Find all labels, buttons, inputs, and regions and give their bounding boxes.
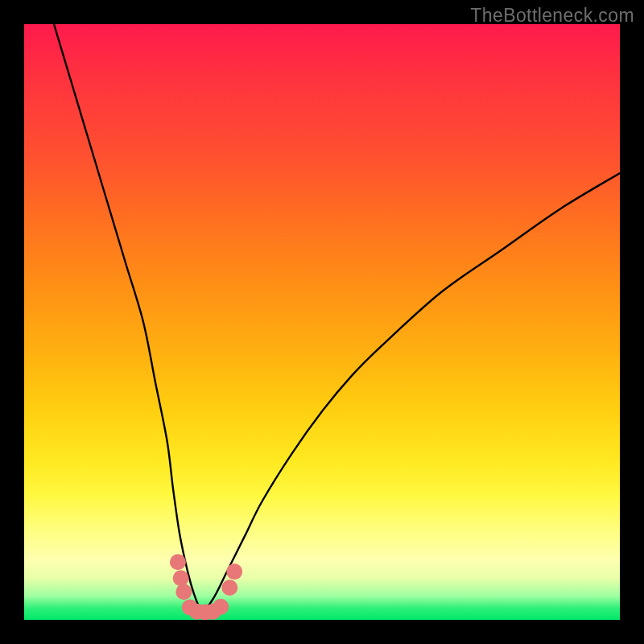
data-marker <box>173 570 189 586</box>
data-marker <box>221 580 237 596</box>
chart-plot-area <box>24 24 620 620</box>
data-marker <box>175 584 192 600</box>
data-marker <box>170 554 186 570</box>
data-marker <box>226 564 242 580</box>
series-left-branch <box>54 24 203 614</box>
chart-svg <box>24 24 620 620</box>
watermark-text: TheBottleneck.com <box>470 5 634 27</box>
series-right-branch <box>203 173 620 614</box>
data-marker <box>213 599 229 615</box>
chart-canvas: TheBottleneck.com <box>0 0 644 644</box>
